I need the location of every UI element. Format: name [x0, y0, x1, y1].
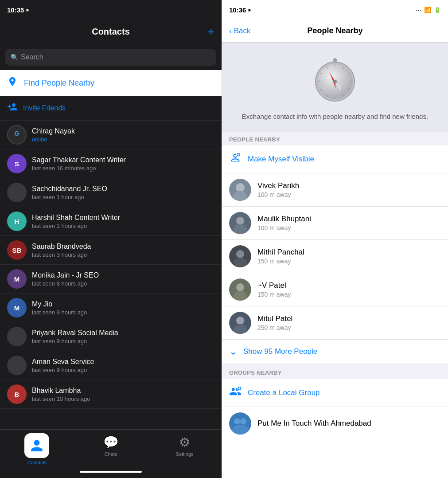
contacts-title: Contacts [92, 27, 130, 37]
contact-info: Sagar Thakkar Content Writer last seen 1… [32, 156, 214, 172]
contact-row[interactable]: G Chirag Nayak online [0, 121, 222, 149]
svg-point-36 [236, 317, 244, 325]
create-local-group-row[interactable]: Create a Local Group [222, 379, 448, 407]
invite-icon [7, 102, 18, 115]
person-info: Mithil Panchal 150 m away [257, 248, 304, 265]
contact-row[interactable]: S Sagar Thakkar Content Writer last seen… [0, 149, 222, 178]
person-distance: 100 m away [257, 224, 311, 231]
create-local-group-label[interactable]: Create a Local Group [248, 388, 320, 397]
right-panel: 10:36 ► ⋯ 📶 🔋 ‹ Back People Nearby [222, 0, 448, 478]
invite-friends-label[interactable]: Invite Friends [23, 104, 66, 112]
show-more-row[interactable]: ⌄ Show 95 More People [222, 340, 448, 364]
contact-info: Bhavik Lambha last seen 10 hours ago [32, 387, 214, 402]
person-row[interactable]: Maulik Bhuptani 100 m away [222, 207, 448, 240]
make-visible-label[interactable]: Make Myself Visible [248, 155, 314, 164]
contact-status: last seen 9 hours ago [32, 309, 214, 316]
contact-name: Chirag Nayak [32, 127, 214, 135]
chevron-down-icon: ⌄ [229, 346, 237, 357]
contact-info: Sachchidanand Jr. SEO last seen 1 hour a… [32, 185, 214, 200]
person-row[interactable]: Vivek Parikh 100 m away [222, 173, 448, 207]
person-distance: 150 m away [257, 291, 291, 298]
contact-info: Harshil Shah Content Writer last seen 2 … [32, 214, 214, 229]
back-button[interactable]: ‹ Back [229, 26, 250, 36]
location-icon-left: ► [25, 7, 30, 12]
contact-row[interactable]: Aman Seva Service last seen 9 hours ago [0, 351, 222, 380]
invite-friends-row[interactable]: Invite Friends [0, 96, 222, 121]
put-me-row[interactable]: Put Me In Touch With Ahmedabad [222, 407, 448, 440]
search-bar[interactable]: 🔍 [5, 49, 216, 66]
svg-point-30 [236, 250, 244, 258]
contact-row[interactable]: B Bhavik Lambha last seen 10 hours ago [0, 380, 222, 409]
contact-info: Chirag Nayak online [32, 127, 214, 143]
find-people-nearby-row[interactable]: Find People Nearby [0, 70, 222, 96]
compass-icon [313, 57, 357, 106]
contact-name: Harshil Shah Content Writer [32, 214, 214, 222]
svg-point-27 [236, 217, 244, 225]
contact-row[interactable]: H Harshil Shah Content Writer last seen … [0, 207, 222, 236]
tab-chats[interactable]: 💬 Chats [74, 433, 148, 457]
person-avatar [229, 179, 251, 201]
contact-row[interactable]: M My Jio last seen 9 hours ago [0, 294, 222, 322]
contact-row[interactable]: SB Saurab Brandveda last seen 3 hours ag… [0, 236, 222, 265]
avatar [7, 183, 27, 202]
find-people-label[interactable]: Find People Nearby [24, 78, 94, 88]
contact-status: last seen 10 hours ago [32, 396, 214, 402]
contact-info: Priyank Raval Social Media last seen 9 h… [32, 329, 214, 345]
contact-row[interactable]: M Monika Jain - Jr SEO last seen 8 hours… [0, 265, 222, 294]
person-row[interactable]: Mithil Panchal 150 m away [222, 240, 448, 273]
contact-status: last seen 1 hour ago [32, 194, 214, 200]
contacts-list: G Chirag Nayak online S Sagar Thakkar Co… [0, 121, 222, 429]
add-contact-button[interactable]: + [208, 25, 214, 39]
contact-status: online [32, 136, 214, 143]
home-indicator [80, 471, 142, 473]
tab-bar: Contacts 💬 Chats ⚙ Settings [0, 429, 222, 468]
avatar [7, 327, 27, 346]
person-avatar [229, 278, 251, 301]
contacts-tab-label: Contacts [27, 460, 47, 465]
tab-settings[interactable]: ⚙ Settings [148, 433, 222, 457]
person-name: Mitul Patel [257, 314, 292, 323]
contact-status: last seen 9 hours ago [32, 338, 214, 345]
right-time: 10:36 [229, 6, 246, 14]
show-more-label[interactable]: Show 95 More People [243, 347, 317, 356]
contact-row[interactable]: Priyank Raval Social Media last seen 9 h… [0, 322, 222, 351]
avatar: SB [7, 240, 27, 260]
avatar: M [7, 298, 27, 317]
contact-status: last seen 8 hours ago [32, 280, 214, 287]
group-avatar [229, 412, 251, 435]
create-group-icon [229, 385, 242, 400]
person-icon [30, 439, 44, 453]
person-row[interactable]: ~V Patel 150 m away [222, 273, 448, 306]
person-row[interactable]: Mitul Patel 250 m away [222, 306, 448, 340]
person-info: Vivek Parikh 100 m away [257, 181, 299, 198]
make-visible-row[interactable]: Make Myself Visible [222, 145, 448, 173]
left-header: Contacts + [0, 20, 222, 44]
contact-status: last seen 9 hours ago [32, 367, 214, 373]
contact-row[interactable]: Sachchidanand Jr. SEO last seen 1 hour a… [0, 178, 222, 207]
svg-point-43 [240, 418, 246, 424]
contact-name: Sachchidanand Jr. SEO [32, 185, 214, 193]
contact-name: Aman Seva Service [32, 358, 214, 366]
home-indicator-area [0, 468, 222, 478]
put-me-name: Put Me In Touch With Ahmedabad [257, 419, 371, 428]
left-time: 10:35 [7, 6, 24, 14]
groups-nearby-section-header: GROUPS NEARBY [222, 364, 448, 379]
tab-contacts[interactable]: Contacts [0, 433, 74, 465]
search-input[interactable] [21, 53, 211, 61]
svg-point-24 [236, 183, 245, 192]
contact-status: last seen 3 hours ago [32, 251, 214, 258]
avatar: M [7, 269, 27, 289]
right-status-left: 10:36 ► [229, 6, 252, 14]
settings-tab-label: Settings [176, 451, 194, 457]
person-name: Vivek Parikh [257, 181, 299, 190]
person-distance: 150 m away [257, 258, 304, 265]
back-label[interactable]: Back [234, 27, 251, 35]
contact-name: Priyank Raval Social Media [32, 329, 214, 337]
person-avatar [229, 212, 251, 234]
avatar: H [7, 212, 27, 231]
chats-tab-label: Chats [105, 451, 117, 457]
person-avatar [229, 245, 251, 267]
contact-name: Saurab Brandveda [32, 243, 214, 251]
person-name: Mithil Panchal [257, 248, 304, 257]
contacts-tab-icon-bg [24, 433, 49, 458]
